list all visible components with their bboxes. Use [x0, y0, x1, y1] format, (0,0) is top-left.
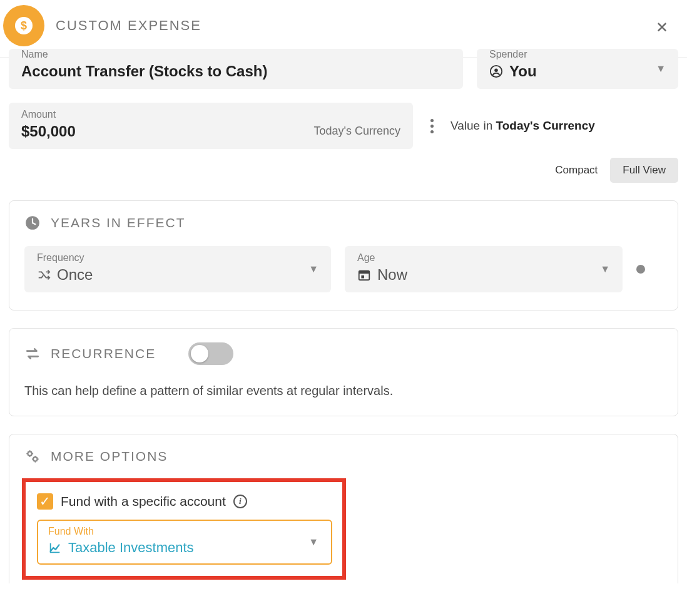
- name-label: Name: [21, 49, 450, 60]
- recurrence-card: RECURRENCE This can help define a patter…: [9, 328, 678, 416]
- full-view-button[interactable]: Full View: [610, 158, 678, 183]
- chart-icon: [48, 541, 62, 555]
- fund-with-label: Fund With: [48, 526, 321, 537]
- chevron-down-icon: ▼: [600, 264, 610, 275]
- person-icon: [489, 64, 503, 78]
- calendar-icon: [357, 268, 371, 282]
- info-icon[interactable]: i: [233, 495, 247, 508]
- value-in-text: Value in Today's Currency: [450, 119, 595, 133]
- chevron-down-icon: ▼: [308, 536, 318, 548]
- chevron-down-icon: ▼: [308, 264, 318, 275]
- recurrence-toggle[interactable]: [188, 342, 233, 365]
- age-label: Age: [357, 252, 610, 264]
- fund-with-field[interactable]: Fund With Taxable Investments ▼: [37, 520, 332, 565]
- svg-point-1: [494, 68, 498, 72]
- dialog-title: CUSTOM EXPENSE: [56, 18, 201, 34]
- age-field[interactable]: Age Now ▼: [345, 246, 623, 292]
- checkbox-checked-icon[interactable]: ✓: [37, 493, 53, 510]
- fund-specific-label: Fund with a specific account: [61, 494, 226, 509]
- svg-rect-5: [361, 275, 364, 279]
- frequency-value: Once: [37, 266, 318, 284]
- compact-view-button[interactable]: Compact: [542, 158, 610, 183]
- recurrence-description: This can help define a pattern of simila…: [24, 384, 663, 398]
- dollar-icon: $: [15, 17, 33, 34]
- name-value: Account Transfer (Stocks to Cash): [21, 63, 450, 80]
- gears-icon: [24, 448, 41, 465]
- timeline-dot: [636, 265, 645, 274]
- spender-field[interactable]: Spender You ▼: [477, 49, 678, 89]
- more-menu-icon[interactable]: [424, 116, 439, 135]
- chevron-down-icon: ▼: [656, 63, 666, 74]
- more-options-header: MORE OPTIONS: [24, 448, 663, 465]
- repeat-icon: [24, 346, 41, 362]
- spender-value: You: [489, 63, 666, 80]
- svg-rect-4: [359, 271, 370, 274]
- spender-label: Spender: [489, 49, 666, 60]
- view-toggle: Compact Full View: [9, 158, 678, 183]
- years-in-effect-header: YEARS IN EFFECT: [24, 215, 663, 231]
- fund-with-highlight: ✓ Fund with a specific account i Fund Wi…: [22, 478, 346, 580]
- name-field[interactable]: Name Account Transfer (Stocks to Cash): [9, 49, 463, 89]
- toggle-knob: [191, 345, 208, 362]
- clock-icon: [24, 215, 41, 231]
- expense-icon: $: [3, 5, 44, 46]
- fund-with-value: Taxable Investments: [48, 540, 321, 556]
- frequency-field[interactable]: Frequency Once ▼: [24, 246, 331, 292]
- amount-suffix: Today's Currency: [314, 125, 401, 138]
- fund-specific-checkbox-row[interactable]: ✓ Fund with a specific account i: [37, 493, 332, 510]
- frequency-label: Frequency: [37, 252, 318, 264]
- years-in-effect-card: YEARS IN EFFECT Frequency Once ▼ Age Now…: [9, 200, 678, 311]
- amount-field[interactable]: Amount $50,000 Today's Currency: [9, 103, 413, 149]
- age-value: Now: [357, 266, 610, 284]
- shuffle-icon: [37, 268, 51, 282]
- recurrence-header: RECURRENCE: [24, 342, 663, 365]
- amount-label: Amount: [21, 109, 400, 120]
- close-icon[interactable]: ✕: [656, 19, 668, 36]
- more-options-card: MORE OPTIONS ✓ Fund with a specific acco…: [9, 434, 678, 583]
